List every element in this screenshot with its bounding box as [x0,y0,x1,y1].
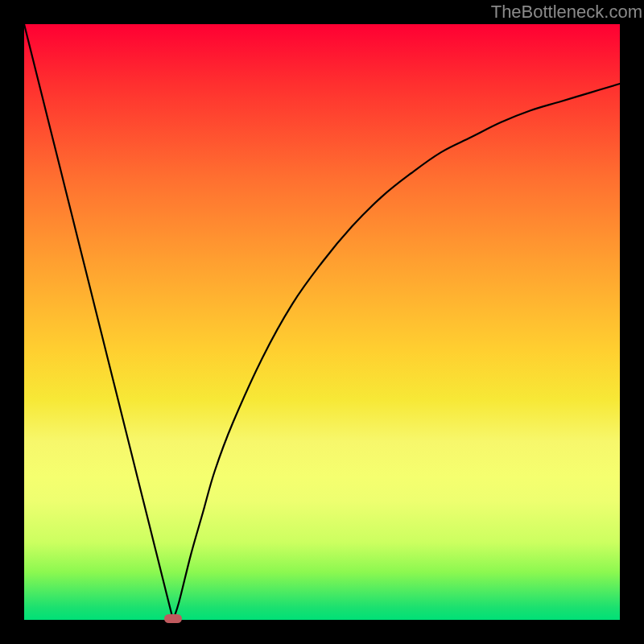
bottleneck-curve [24,24,620,620]
dip-marker [164,614,182,623]
curve-svg [24,24,620,620]
chart-frame: TheBottleneck.com [0,0,644,644]
plot-area [24,24,620,620]
watermark-text: TheBottleneck.com [491,2,642,23]
